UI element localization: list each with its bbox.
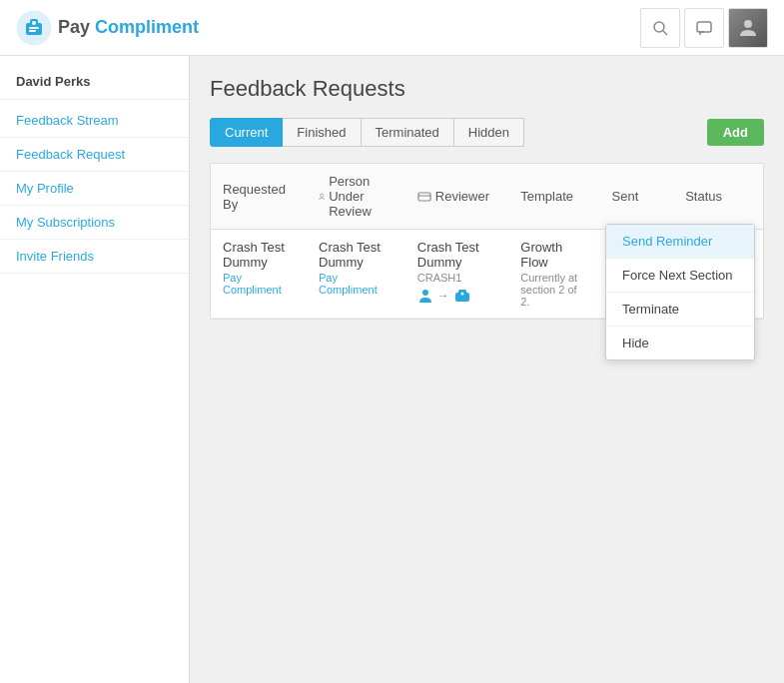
logo-icon	[16, 10, 52, 46]
sidebar-item-my-profile[interactable]: My Profile	[0, 172, 189, 206]
reviewer-icons: →	[417, 288, 497, 304]
sidebar-item-feedback-stream[interactable]: Feedback Stream	[0, 104, 189, 138]
chat-button[interactable]	[684, 8, 724, 48]
sidebar-item-feedback-request[interactable]: Feedback Request	[0, 138, 189, 172]
logo-area: Pay Compliment	[16, 10, 640, 46]
header: Pay Compliment	[0, 0, 784, 56]
header-icons	[640, 8, 768, 48]
layout: David Perks Feedback Stream Feedback Req…	[0, 56, 784, 683]
search-icon	[652, 20, 668, 36]
context-menu-hide[interactable]: Hide	[606, 327, 754, 359]
sidebar-user: David Perks	[0, 64, 189, 100]
tabs-row: Current Finished Terminated Hidden Add	[210, 118, 764, 147]
tab-hidden[interactable]: Hidden	[453, 118, 524, 147]
person-icon	[319, 190, 325, 204]
reviewer-group-icon	[453, 288, 471, 304]
tab-terminated[interactable]: Terminated	[361, 118, 454, 147]
reviewer-person-icon	[417, 288, 433, 304]
cell-reviewer: Crash Test Dummy CRASH1 →	[405, 230, 509, 319]
arrow-icon: →	[437, 289, 449, 303]
svg-line-7	[663, 31, 667, 35]
main-content: Feedback Requests Current Finished Termi…	[190, 56, 784, 683]
svg-point-10	[321, 193, 324, 196]
logo-compliment: Compliment	[95, 17, 199, 37]
col-requested-by: Requested By	[211, 164, 307, 230]
col-reviewer: Reviewer	[405, 164, 509, 230]
table-header-row: Requested By Person Under Review	[211, 164, 763, 230]
svg-point-3	[32, 21, 36, 25]
col-person-under-review: Person Under Review	[307, 164, 405, 230]
svg-rect-11	[418, 193, 430, 201]
sidebar-item-invite-friends[interactable]: Invite Friends	[0, 240, 189, 274]
svg-rect-4	[29, 27, 39, 29]
logo-text: Pay Compliment	[58, 17, 199, 38]
svg-point-16	[460, 293, 463, 296]
tab-current[interactable]: Current	[210, 118, 283, 147]
svg-rect-5	[29, 30, 36, 32]
svg-point-13	[422, 290, 428, 296]
col-status: Status	[673, 164, 763, 230]
search-button[interactable]	[640, 8, 680, 48]
svg-point-9	[744, 20, 752, 28]
sidebar: David Perks Feedback Stream Feedback Req…	[0, 56, 190, 683]
col-template: Template	[508, 164, 599, 230]
cell-person-under-review: Crash Test Dummy Pay Compliment	[307, 230, 405, 319]
page-title: Feedback Requests	[210, 76, 764, 102]
context-menu: Send Reminder Force Next Section Termina…	[605, 224, 755, 360]
context-menu-terminate[interactable]: Terminate	[606, 293, 754, 327]
add-button[interactable]: Add	[707, 119, 764, 146]
context-menu-send-reminder[interactable]: Send Reminder	[606, 225, 754, 259]
svg-rect-8	[697, 22, 711, 32]
tab-finished[interactable]: Finished	[282, 118, 361, 147]
context-menu-force-next-section[interactable]: Force Next Section	[606, 259, 754, 293]
logo-pay: Pay	[58, 17, 90, 37]
reviewer-icon	[417, 191, 431, 203]
user-avatar-button[interactable]	[728, 8, 768, 48]
sidebar-item-my-subscriptions[interactable]: My Subscriptions	[0, 206, 189, 240]
avatar	[729, 9, 767, 47]
table-wrapper: Requested By Person Under Review	[210, 163, 764, 320]
cell-template: Growth Flow Currently at section 2 of 2.	[508, 230, 599, 319]
chat-icon	[696, 20, 712, 36]
col-sent: Sent	[600, 164, 674, 230]
svg-point-6	[654, 22, 664, 32]
cell-requested-by: Crash Test Dummy Pay Compliment	[211, 230, 307, 319]
